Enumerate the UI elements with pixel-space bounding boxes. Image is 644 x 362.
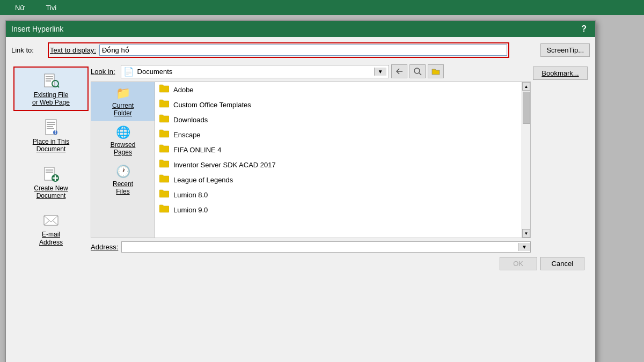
toolbar-nu: Nữ	[4, 0, 35, 15]
excel-toolbar: Nữ Tivi	[0, 0, 644, 15]
toolbar-tivi: Tivi	[35, 0, 67, 15]
